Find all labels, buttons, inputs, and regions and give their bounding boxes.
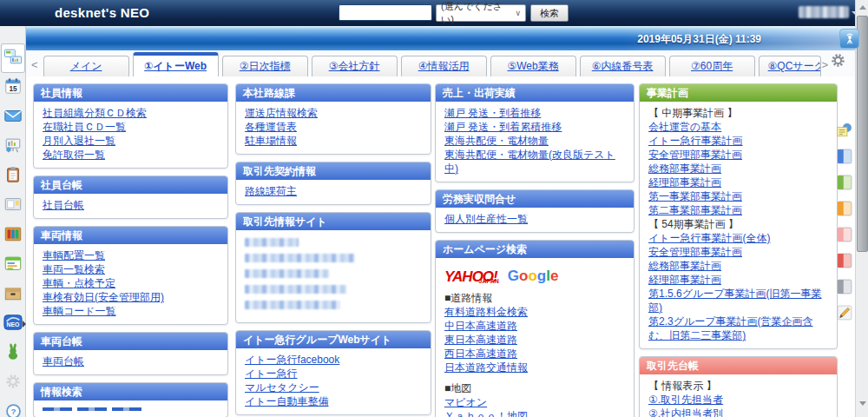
strip-panel-green-icon[interactable] bbox=[836, 174, 853, 191]
sidebar-item-neo-icon[interactable]: NEO bbox=[1, 309, 25, 339]
panel-link[interactable]: 東海共配便・電材物量 bbox=[444, 134, 625, 148]
panel-link[interactable]: 中日本高速道路 bbox=[444, 319, 625, 333]
panel-link[interactable]: 会社運営の基本 bbox=[648, 120, 828, 134]
scroll-down-arrow-icon[interactable] bbox=[859, 401, 866, 406]
panel-link[interactable]: 有料道路料金検索 bbox=[444, 305, 625, 319]
sidebar-item-storage-box-icon[interactable] bbox=[1, 280, 25, 309]
panel-link[interactable]: 総務部事業計画 bbox=[648, 162, 828, 175]
panel: 売上・出荷実績瀬戸 発送・到着推移瀬戸 発送・到着累積推移東海共配便・電材物量東… bbox=[435, 83, 635, 182]
panel-link[interactable]: 路線課荷主 bbox=[245, 184, 422, 198]
panel-link[interactable]: 第2.3グループ事業計画(営業企画含む、旧第二三事業部) bbox=[648, 314, 828, 342]
tab-scroll-left-button[interactable]: < bbox=[31, 58, 38, 71]
panel-link[interactable]: 第1.5.6グループ事業計画(旧第一事業部) bbox=[648, 287, 828, 314]
sidebar-item-rabbit-icon[interactable] bbox=[1, 339, 25, 368]
sidebar-item-presentation-icon[interactable] bbox=[1, 132, 25, 162]
sidebar-item-portal-icon[interactable] bbox=[1, 43, 25, 73]
panel-link[interactable]: 総務部事業計画 bbox=[648, 259, 828, 273]
strip-panel-gray-icon[interactable] bbox=[836, 278, 853, 295]
panel-link[interactable]: 東日本高速道路 bbox=[444, 333, 625, 347]
tab-6[interactable]: ⑤Web業務 bbox=[490, 56, 576, 76]
tab-scroll-right-button[interactable]: > bbox=[822, 58, 829, 71]
panel-link[interactable]: 月別入退社一覧 bbox=[43, 134, 219, 148]
panel-link[interactable]: イトー急行 bbox=[245, 367, 422, 381]
broadcast-button[interactable] bbox=[839, 29, 859, 49]
redacted-link[interactable] bbox=[245, 269, 329, 278]
panel-link[interactable]: 車検有効日(安全管理部用) bbox=[43, 290, 219, 304]
strip-memo-icon[interactable] bbox=[836, 122, 853, 139]
sidebar-item-bulletin-board-icon[interactable] bbox=[1, 191, 25, 221]
sidebar-item-binders-icon[interactable] bbox=[1, 221, 25, 250]
portal-settings-gear-icon[interactable] bbox=[830, 52, 846, 72]
panel-link[interactable]: 車輌配置一覧 bbox=[43, 248, 219, 262]
tab-9[interactable]: ⑧QCサークル bbox=[759, 56, 821, 76]
google-logo[interactable]: Google bbox=[508, 267, 559, 286]
panel-link[interactable]: 車輌・点検予定 bbox=[43, 276, 219, 290]
panel-link[interactable]: イトー急行facebook bbox=[245, 353, 422, 367]
vertical-scrollbar[interactable] bbox=[855, 0, 868, 417]
scrollbar-thumb[interactable] bbox=[857, 16, 868, 252]
panel-link[interactable]: 車輌コード一覧 bbox=[43, 304, 219, 318]
sidebar-item-mail-icon[interactable] bbox=[1, 103, 25, 132]
strip-panel-blue-icon[interactable] bbox=[836, 148, 853, 165]
sidebar-item-help-icon[interactable]: ? bbox=[1, 398, 25, 417]
panel-link[interactable]: 第一事業部事業計画 bbox=[648, 189, 828, 203]
yahoo-japan-logo[interactable]: YAHOO!JAPAN bbox=[444, 268, 497, 286]
tab-3[interactable]: ②日次指標 bbox=[222, 56, 308, 76]
strip-panel-orange-icon[interactable] bbox=[836, 200, 853, 217]
panel-link[interactable]: 西日本高速道路 bbox=[444, 347, 625, 361]
panel-link[interactable]: ①.取引先担当者 bbox=[648, 393, 828, 407]
tab-1[interactable]: メイン bbox=[43, 56, 129, 76]
tab-2[interactable]: ①イトーWeb bbox=[133, 52, 219, 76]
panel-link[interactable]: 免許取得一覧 bbox=[43, 148, 219, 162]
strip-panel-pink-icon[interactable] bbox=[836, 226, 853, 243]
panel-link[interactable]: マピオン bbox=[444, 395, 625, 409]
tab-8[interactable]: ⑦60周年 bbox=[669, 56, 755, 76]
username-redacted[interactable] bbox=[799, 6, 849, 18]
sidebar-item-clipboard-icon[interactable] bbox=[1, 162, 25, 191]
panel-link[interactable]: 車両台帳 bbox=[43, 354, 219, 368]
panel-link[interactable]: 在職社員ＣＤ一覧 bbox=[43, 120, 219, 134]
panel-header: 社員情報 bbox=[34, 84, 227, 102]
panel-link[interactable]: 各種運賃表 bbox=[245, 120, 422, 134]
panel-link[interactable]: 車両一覧検索 bbox=[43, 262, 219, 276]
search-input[interactable] bbox=[339, 4, 432, 21]
tab-4[interactable]: ③会社方針 bbox=[312, 56, 398, 76]
redacted-link[interactable] bbox=[245, 285, 346, 294]
panel-link[interactable]: 運送店情報検索 bbox=[245, 106, 422, 120]
panel-link[interactable]: Ｙａｈｏｏ！地図 bbox=[444, 409, 625, 417]
panel-link[interactable]: 安全管理部事業計画 bbox=[648, 245, 828, 259]
scroll-up-arrow-icon[interactable] bbox=[859, 5, 866, 10]
redacted-link[interactable] bbox=[245, 254, 355, 262]
panel-link[interactable]: マルセタクシー bbox=[245, 381, 422, 394]
panel-link[interactable]: 瀬戸 発送・到着累積推移 bbox=[444, 120, 625, 134]
section-label: ■道路情報 bbox=[444, 291, 625, 305]
panel-link[interactable]: イトー急行事業計画(全体) bbox=[648, 231, 828, 245]
panel-link[interactable]: 社員台帳 bbox=[43, 198, 219, 212]
tab-7[interactable]: ⑥内線番号表 bbox=[580, 56, 666, 76]
redacted-link[interactable] bbox=[245, 301, 340, 309]
tab-5[interactable]: ④情報活用 bbox=[401, 56, 487, 76]
panel-link[interactable]: ②.社内担当者別 bbox=[648, 407, 828, 417]
search-button[interactable]: 検索 bbox=[530, 4, 569, 22]
search-category-select[interactable]: (選んでください) ∨ bbox=[436, 4, 526, 22]
panel-link[interactable]: 経理部事業計画 bbox=[648, 175, 828, 189]
sidebar-item-gear-faded-icon[interactable] bbox=[1, 368, 25, 398]
panel-link[interactable]: 瀬戸 発送・到着推移 bbox=[444, 106, 625, 120]
panel-link[interactable]: 第二事業部事業計画 bbox=[648, 203, 828, 217]
panel-link[interactable]: 社員組織分類ＣＤ検索 bbox=[43, 106, 219, 120]
panel-link[interactable]: イトー急行事業計画 bbox=[648, 134, 828, 148]
redacted-link[interactable] bbox=[245, 238, 299, 247]
panel-link[interactable]: 日本道路交通情報 bbox=[444, 361, 625, 374]
panel-link[interactable]: イトー自動車整備 bbox=[245, 394, 422, 408]
sidebar-item-planner-icon[interactable] bbox=[1, 250, 25, 280]
panel-link[interactable]: 東海共配便・電材物量(改良版テスト中) bbox=[444, 148, 625, 175]
strip-panel-red-icon[interactable] bbox=[836, 252, 853, 269]
sidebar-item-calendar-icon[interactable]: 15 bbox=[1, 73, 25, 103]
panel-link[interactable]: 経理部事業計画 bbox=[648, 273, 828, 287]
strip-pencil-icon[interactable] bbox=[836, 304, 853, 321]
app-sidebar: 15NEO? bbox=[0, 26, 26, 417]
panel-link[interactable]: 駐車場情報 bbox=[245, 134, 422, 148]
clipped-link[interactable] bbox=[43, 407, 145, 411]
panel-link[interactable]: 安全管理部事業計画 bbox=[648, 148, 828, 162]
panel-link[interactable]: 個人別生産性一覧 bbox=[444, 212, 625, 226]
